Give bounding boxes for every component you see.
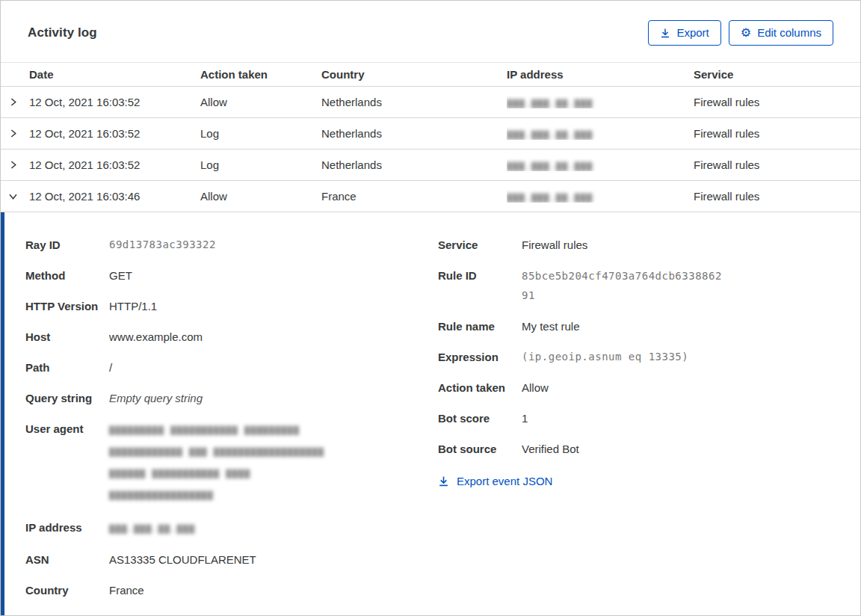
edit-columns-button[interactable]: ⚙ Edit columns	[729, 20, 833, 46]
row-date: 12 Oct, 2021 16:03:52	[29, 127, 200, 140]
row-action: Allow	[200, 190, 321, 203]
detail-value: Empty query string	[109, 389, 203, 407]
detail-label: User agent	[25, 419, 109, 506]
detail-row-host: Host www.example.com	[25, 327, 438, 346]
edit-columns-button-label: Edit columns	[757, 26, 821, 40]
export-button-label: Export	[676, 26, 709, 40]
collapse-chevron-down-icon[interactable]	[1, 191, 29, 202]
detail-row-ip-address: IP address ▇▇▇.▇▇▇.▇▇.▇▇▇	[25, 518, 438, 538]
detail-label: Country	[25, 581, 109, 600]
detail-value: My test rule	[522, 317, 580, 336]
activity-log-card: Activity log Export ⚙ Edit columns Date …	[0, 0, 861, 616]
redacted-line: ▇▇▇▇▇▇▇▇▇ ▇▇▇▇▇▇▇▇▇▇▇ ▇▇▇▇▇▇▇▇▇	[109, 419, 324, 441]
detail-label: Method	[25, 266, 109, 285]
detail-row-asn: ASN AS13335 CLOUDFLARENET	[25, 550, 438, 569]
gear-icon: ⚙	[741, 27, 751, 39]
detail-row-method: Method GET	[25, 266, 438, 285]
detail-label: Bot source	[438, 440, 522, 458]
detail-value: 85bce5b204cf4703a764dcb633886291	[522, 266, 725, 305]
detail-label: Query string	[25, 389, 109, 407]
detail-label: Rule name	[438, 317, 522, 336]
download-icon	[438, 475, 449, 487]
row-ip-redacted: ▇▇▇.▇▇▇.▇▇.▇▇▇	[507, 129, 593, 140]
row-ip-redacted: ▇▇▇.▇▇▇.▇▇.▇▇▇	[507, 98, 593, 108]
detail-label: Expression	[438, 348, 522, 366]
detail-label: Action taken	[438, 378, 522, 397]
detail-label: HTTP Version	[25, 297, 109, 315]
detail-left-column: Ray ID 69d13783ac393322 Method GET HTTP …	[25, 235, 438, 612]
detail-row-user-agent: User agent ▇▇▇▇▇▇▇▇▇ ▇▇▇▇▇▇▇▇▇▇▇ ▇▇▇▇▇▇▇…	[25, 419, 438, 506]
detail-row-rule-name: Rule name My test rule	[438, 317, 833, 336]
detail-label: Rule ID	[438, 266, 522, 305]
export-event-json-link[interactable]: Export event JSON	[438, 475, 552, 487]
row-action: Allow	[200, 96, 321, 108]
page-title: Activity log	[28, 25, 97, 40]
expand-chevron-right-icon[interactable]	[1, 159, 29, 170]
redacted-line: ▇▇▇▇▇▇ ▇▇▇▇▇▇▇▇▇▇▇ ▇▇▇▇	[109, 463, 324, 484]
row-country: Netherlands	[321, 96, 507, 108]
detail-value: GET	[109, 266, 132, 285]
export-event-json-label: Export event JSON	[457, 475, 552, 487]
expand-chevron-right-icon[interactable]	[1, 128, 29, 139]
detail-right-column: Service Firewall rules Rule ID 85bce5b20…	[438, 235, 833, 489]
detail-row-rule-id: Rule ID 85bce5b204cf4703a764dcb633886291	[438, 266, 833, 305]
detail-value: 69d13783ac393322	[109, 235, 216, 254]
column-header-action: Action taken	[200, 68, 321, 81]
detail-label: ASN	[25, 550, 109, 569]
row-country: Netherlands	[321, 158, 507, 171]
detail-row-service: Service Firewall rules	[438, 235, 833, 254]
export-button[interactable]: Export	[648, 20, 720, 46]
detail-value: /	[109, 358, 112, 377]
detail-row-query-string: Query string Empty query string	[25, 389, 438, 407]
detail-value-redacted: ▇▇▇▇▇▇▇▇▇ ▇▇▇▇▇▇▇▇▇▇▇ ▇▇▇▇▇▇▇▇▇ ▇▇▇▇▇▇▇▇…	[109, 419, 324, 506]
detail-row-country: Country France	[25, 581, 438, 600]
detail-value-redacted: ▇▇▇.▇▇▇.▇▇.▇▇▇	[109, 523, 195, 534]
row-country: France	[321, 190, 507, 203]
detail-label: Path	[25, 358, 109, 377]
table-row-expanded[interactable]: 12 Oct, 2021 16:03:46 Allow France ▇▇▇.▇…	[1, 181, 860, 212]
detail-row-bot-source: Bot source Verified Bot	[438, 440, 833, 458]
detail-value: Allow	[522, 378, 549, 397]
detail-row-http-version: HTTP Version HTTP/1.1	[25, 297, 438, 315]
toolbar-buttons: Export ⚙ Edit columns	[648, 20, 833, 46]
toolbar: Activity log Export ⚙ Edit columns	[1, 1, 860, 62]
redacted-line: ▇▇▇▇▇▇▇▇▇▇▇▇ ▇▇▇ ▇▇▇▇▇▇▇▇▇▇▇▇▇▇▇▇▇▇	[109, 441, 324, 463]
detail-label: Bot score	[438, 409, 522, 428]
detail-row-action-taken: Action taken Allow	[438, 378, 833, 397]
row-date: 12 Oct, 2021 16:03:52	[29, 158, 200, 171]
table-header: Date Action taken Country IP address Ser…	[1, 62, 860, 87]
detail-value: Firewall rules	[522, 235, 587, 254]
detail-value: (ip.geoip.asnum eq 13335)	[522, 348, 688, 366]
table-row[interactable]: 12 Oct, 2021 16:03:52 Log Netherlands ▇▇…	[1, 118, 860, 150]
redacted-line: ▇▇▇▇▇▇▇▇▇▇▇▇▇▇▇▇▇	[109, 484, 324, 506]
expand-chevron-right-icon[interactable]	[1, 96, 29, 108]
row-service: Firewall rules	[694, 96, 860, 108]
detail-label: Ray ID	[25, 235, 109, 254]
detail-label: Service	[438, 235, 522, 254]
column-header-service: Service	[694, 68, 860, 81]
detail-value: France	[109, 581, 144, 600]
detail-label: Host	[25, 327, 109, 346]
row-action: Log	[200, 158, 321, 171]
detail-row-path: Path /	[25, 358, 438, 377]
detail-value: 1	[522, 409, 528, 428]
table-row[interactable]: 12 Oct, 2021 16:03:52 Log Netherlands ▇▇…	[1, 150, 860, 181]
detail-value: AS13335 CLOUDFLARENET	[109, 550, 256, 569]
detail-value: HTTP/1.1	[109, 297, 157, 315]
detail-row-expression: Expression (ip.geoip.asnum eq 13335)	[438, 348, 833, 366]
column-header-date: Date	[29, 68, 200, 81]
row-ip-redacted: ▇▇▇.▇▇▇.▇▇.▇▇▇	[507, 192, 593, 203]
detail-row-bot-score: Bot score 1	[438, 409, 833, 428]
column-header-ip: IP address	[507, 68, 694, 81]
detail-label: IP address	[25, 518, 109, 538]
detail-row-ray-id: Ray ID 69d13783ac393322	[25, 235, 438, 254]
row-service: Firewall rules	[694, 158, 860, 171]
row-service: Firewall rules	[694, 190, 860, 203]
table-row[interactable]: 12 Oct, 2021 16:03:52 Allow Netherlands …	[1, 87, 860, 118]
detail-value: www.example.com	[109, 327, 203, 346]
row-action: Log	[200, 127, 321, 140]
event-detail-panel: Ray ID 69d13783ac393322 Method GET HTTP …	[1, 212, 860, 616]
row-date: 12 Oct, 2021 16:03:52	[29, 96, 200, 108]
download-icon	[660, 28, 670, 38]
row-ip-redacted: ▇▇▇.▇▇▇.▇▇.▇▇▇	[507, 161, 593, 171]
